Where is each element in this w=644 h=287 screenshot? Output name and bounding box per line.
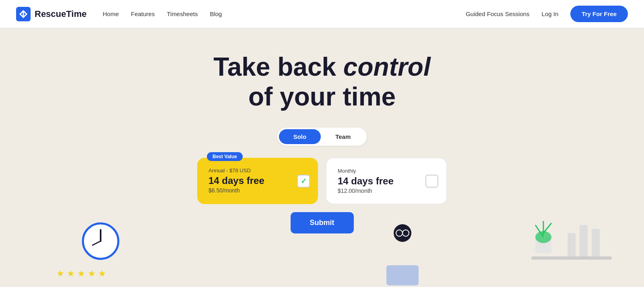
team-toggle-button[interactable]: Team [321, 129, 365, 144]
logo-text: RescueTime [35, 9, 87, 19]
nav-features[interactable]: Features [131, 10, 155, 17]
checkmark-icon: ✓ [301, 177, 307, 186]
monthly-period: Monthly [338, 168, 435, 174]
hero-section: Take back control of your time Solo Team… [0, 28, 644, 287]
navbar: RescueTime Home Features Timesheets Blog… [0, 0, 644, 28]
svg-rect-16 [568, 233, 576, 257]
annual-period: Annual - $78 USD [208, 167, 307, 173]
annual-price: $6.50/month [208, 187, 307, 194]
annual-check[interactable]: ✓ [297, 175, 310, 188]
nav-links: Home Features Timesheets Blog [103, 10, 222, 18]
desk-decoration [531, 197, 612, 263]
clock-decoration [80, 221, 121, 263]
annual-plan-card[interactable]: Best Value Annual - $78 USD 14 days free… [197, 158, 318, 204]
monthly-days-free: 14 days free [338, 176, 435, 187]
nav-right: Guided Focus Sessions Log In Try For Fre… [466, 6, 628, 22]
solo-toggle-button[interactable]: Solo [279, 129, 321, 144]
svg-line-14 [543, 223, 551, 233]
logo-link[interactable]: RescueTime [16, 7, 87, 21]
annual-days-free: 14 days free [208, 175, 307, 186]
try-for-free-button[interactable]: Try For Free [570, 6, 628, 22]
person-decoration [378, 221, 427, 287]
hero-title-text2: of your time [248, 82, 396, 111]
nav-blog[interactable]: Blog [210, 10, 222, 17]
monthly-price: $12.00/month [338, 188, 435, 194]
nav-timesheets[interactable]: Timesheets [167, 10, 198, 17]
plan-toggle: Solo Team [277, 128, 367, 146]
logo-icon [16, 7, 31, 21]
nav-login[interactable]: Log In [542, 10, 559, 17]
monthly-plan-card[interactable]: Monthly 14 days free $12.00/month [326, 158, 447, 204]
submit-button[interactable]: Submit [291, 212, 354, 233]
hero-title-text1: Take back control [213, 52, 430, 81]
svg-rect-17 [580, 225, 588, 257]
svg-rect-19 [531, 256, 612, 260]
hero-title: Take back control of your time [213, 52, 430, 111]
nav-guided-focus[interactable]: Guided Focus Sessions [466, 10, 529, 17]
nav-home[interactable]: Home [103, 10, 119, 17]
plan-cards: Best Value Annual - $78 USD 14 days free… [197, 158, 447, 204]
svg-rect-18 [592, 229, 600, 257]
best-value-badge: Best Value [207, 152, 243, 161]
svg-rect-10 [386, 265, 419, 285]
hero-title-italic: control [343, 52, 431, 81]
monthly-check[interactable] [425, 175, 438, 188]
stars-decoration: ★ ★ ★ ★ ★ [56, 268, 106, 279]
